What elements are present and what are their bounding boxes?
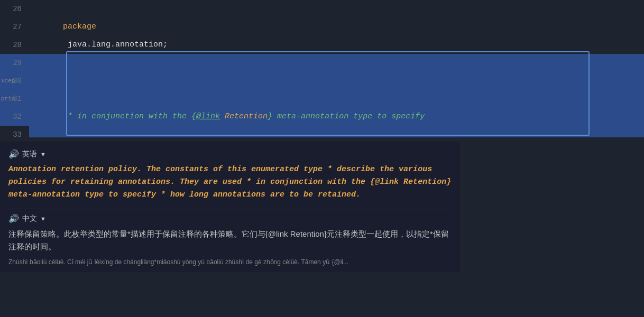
line-content-31: * in conjunction with the {@link Retenti… <box>29 90 644 137</box>
code-line-27: 27 <box>0 18 644 36</box>
link-annotation: @link <box>196 112 220 121</box>
speaker-icon-zh[interactable]: 🔊 <box>8 213 19 223</box>
english-translation: Annotation retention policy. The constan… <box>8 163 452 201</box>
pinyin-translation: Zhùshì bǎoliú cèlüè. Cǐ méi jǔ lèixíng d… <box>8 257 452 267</box>
code-editor: 26 package java.lang.annotation; 27 28 ▾… <box>0 0 644 137</box>
zh-text: 注释保留策略。此枚举类型的常量*描述用于保留注释的各种策略。它们与{@link … <box>8 229 449 251</box>
en-text: Annotation retention policy. The constan… <box>8 165 451 199</box>
chinese-translation: 注释保留策略。此枚举类型的常量*描述用于保留注释的各种策略。它们与{@link … <box>8 228 452 253</box>
line-content-27 <box>29 18 644 36</box>
line-num-28: 28 <box>0 36 29 54</box>
line-num-29: 29 <box>0 54 29 72</box>
retention-keyword: Retention <box>225 112 268 121</box>
source-lang-label: 🔊 英语 ▼ <box>8 149 452 159</box>
translation-popup: 🔊 英语 ▼ Annotation retention policy. The … <box>0 142 460 272</box>
line-num-30: xcep 30 <box>0 72 29 90</box>
comment-text-31b <box>220 112 225 121</box>
line-num-26: 26 <box>0 0 29 18</box>
line-num-32: 32 <box>0 108 29 126</box>
line-num-31: ptio 31 <box>0 90 29 108</box>
target-lang-dropdown[interactable]: ▼ <box>40 216 46 222</box>
code-line-26: 26 package java.lang.annotation; <box>0 0 644 18</box>
source-lang-dropdown[interactable]: ▼ <box>40 151 46 157</box>
line-num-27: 27 <box>0 18 29 36</box>
code-line-31: ptio 31 * in conjunction with the {@link… <box>0 90 644 108</box>
target-lang-text: 中文 <box>22 214 37 223</box>
comment-text-31a: * in conjunction with the { <box>63 112 196 121</box>
divider <box>8 209 452 209</box>
source-lang-text: 英语 <box>22 150 37 159</box>
line-num-33: 33 <box>0 126 29 137</box>
code-line-30: xcep 30 * describe the various policies … <box>0 72 644 90</box>
pinyin-text: Zhùshì bǎoliú cèlüè. Cǐ méi jǔ lèixíng d… <box>8 258 348 266</box>
target-lang-label: 🔊 中文 ▼ <box>8 213 452 223</box>
code-line-29: 29 * Annotation retention policy. The co… <box>0 54 644 72</box>
code-line-28: 28 ▾ /** <box>0 36 644 54</box>
comment-text-31c: } meta-annotation type to specify <box>268 112 425 121</box>
speaker-icon-en[interactable]: 🔊 <box>8 149 19 159</box>
